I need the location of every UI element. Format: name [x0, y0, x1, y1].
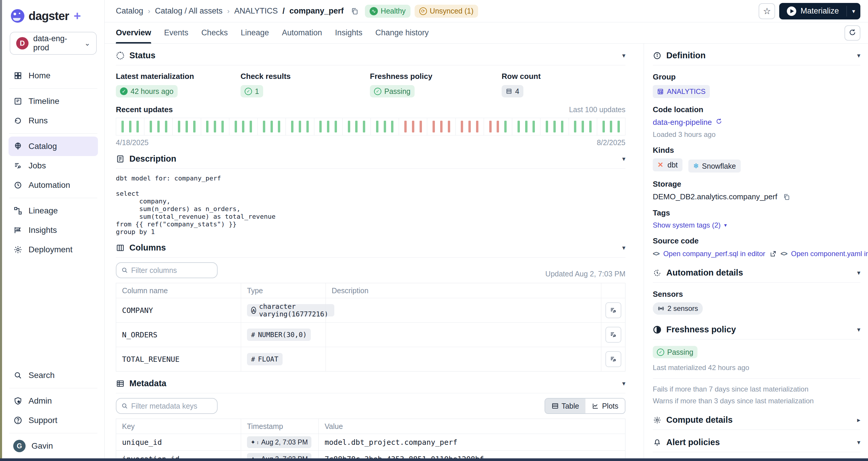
expand-chevron-icon[interactable]: ▸	[857, 416, 860, 424]
tab-events[interactable]: Events	[164, 22, 188, 43]
update-bar-failure[interactable]	[420, 121, 422, 133]
table-row[interactable]: N_ORDERS #NUMBER(30,0)	[116, 322, 625, 347]
table-row[interactable]: COMPANY Acharacter varying(16777216)	[116, 298, 625, 322]
table-row[interactable]: unique_id ✦↕Aug 2, 7:03 PM model.dbt_pro…	[116, 434, 625, 451]
sidebar-item-home[interactable]: Home	[8, 66, 98, 85]
check-results-pill[interactable]: ✓ 1	[241, 85, 263, 97]
sidebar-item-lineage[interactable]: Lineage	[8, 201, 98, 221]
update-bar-success[interactable]	[384, 121, 386, 133]
update-bar-success[interactable]	[235, 121, 237, 133]
update-bar-success[interactable]	[561, 121, 563, 133]
update-bar-success[interactable]	[263, 121, 265, 133]
tab-checks[interactable]: Checks	[202, 22, 228, 43]
breadcrumb-catalog[interactable]: Catalog	[116, 6, 143, 16]
collapse-caret-icon[interactable]: ▾	[622, 244, 625, 252]
update-bar-success[interactable]	[319, 121, 322, 133]
collapse-caret-icon[interactable]: ▾	[622, 155, 625, 163]
collapse-caret-icon[interactable]: ▾	[857, 326, 860, 334]
timestamp-pill[interactable]: ✦↕Aug 2, 7:03 PM	[247, 436, 311, 448]
sidebar-item-deployment[interactable]: Deployment	[8, 240, 98, 259]
update-bar-failure[interactable]	[476, 121, 478, 133]
update-bar-success[interactable]	[504, 121, 507, 133]
collapse-caret-icon[interactable]: ▾	[857, 52, 860, 59]
update-bar-failure[interactable]	[489, 121, 492, 133]
update-bar-success[interactable]	[150, 121, 152, 133]
update-bar-success[interactable]	[157, 121, 160, 133]
update-bar-success[interactable]	[214, 121, 216, 133]
collapse-caret-icon[interactable]: ▾	[622, 52, 625, 59]
unsynced-badge[interactable]: Unsynced (1)	[414, 5, 478, 18]
reload-icon[interactable]	[715, 118, 722, 127]
materialize-dropdown-button[interactable]: ▾	[847, 3, 860, 20]
update-bar-success[interactable]	[618, 121, 620, 133]
update-bar-success[interactable]	[206, 121, 209, 133]
update-bar-success[interactable]	[574, 121, 576, 133]
copy-icon[interactable]	[783, 194, 790, 200]
update-bar-success[interactable]	[242, 121, 244, 133]
sidebar-item-admin[interactable]: Admin	[8, 391, 98, 411]
sidebar-item-jobs[interactable]: Jobs	[8, 156, 98, 175]
row-count-pill[interactable]: 4	[502, 85, 523, 97]
dagster-logo[interactable]: dagster +	[8, 8, 98, 25]
sensors-badge[interactable]: 2 sensors	[653, 302, 703, 315]
refresh-button[interactable]	[844, 25, 860, 40]
update-bar-failure[interactable]	[461, 121, 463, 133]
update-bar-success[interactable]	[532, 121, 535, 133]
update-bar-failure[interactable]	[412, 121, 414, 133]
metadata-filter-input[interactable]	[131, 402, 212, 410]
update-bar-success[interactable]	[518, 121, 520, 133]
update-bar-success[interactable]	[348, 121, 350, 133]
code-location-link[interactable]: data-eng-pipeline	[653, 118, 712, 127]
update-bar-failure[interactable]	[468, 121, 471, 133]
update-bar-success[interactable]	[589, 121, 592, 133]
update-bar-success[interactable]	[221, 121, 224, 133]
sidebar-item-support[interactable]: Support	[8, 411, 98, 430]
copy-icon[interactable]	[351, 7, 359, 15]
update-bar-success[interactable]	[121, 121, 124, 133]
update-bar-failure[interactable]	[440, 121, 442, 133]
latest-materialization-pill[interactable]: ✓ 42 hours ago	[116, 85, 178, 97]
update-bar-success[interactable]	[250, 121, 252, 133]
sidebar-item-automation[interactable]: Automation	[8, 175, 98, 195]
update-bar-success[interactable]	[129, 121, 131, 133]
update-bar-success[interactable]	[546, 121, 548, 133]
toggle-plots-view[interactable]: Plots	[585, 399, 625, 413]
update-bar-success[interactable]	[327, 121, 329, 133]
update-bar-success[interactable]	[193, 121, 195, 133]
update-bar-success[interactable]	[186, 121, 188, 133]
tab-insights[interactable]: Insights	[335, 22, 362, 43]
breadcrumb-all-assets[interactable]: Catalog / All assets	[155, 6, 223, 16]
column-lineage-button[interactable]	[606, 327, 621, 343]
update-bar-success[interactable]	[553, 121, 556, 133]
toggle-table-view[interactable]: Table	[545, 399, 586, 413]
collapse-caret-icon[interactable]: ▾	[857, 439, 860, 446]
update-bar-success[interactable]	[178, 121, 180, 133]
show-system-tags-link[interactable]: Show system tags (2)	[653, 221, 721, 229]
columns-filter-input[interactable]	[131, 266, 212, 275]
tab-overview[interactable]: Overview	[116, 22, 151, 43]
collapse-caret-icon[interactable]: ▾	[857, 269, 860, 277]
health-status-badge[interactable]: Healthy	[365, 5, 410, 18]
update-bar-success[interactable]	[363, 121, 365, 133]
tab-lineage[interactable]: Lineage	[241, 22, 269, 43]
breadcrumb-group[interactable]: ANALYTICS	[234, 6, 278, 16]
update-bar-success[interactable]	[376, 121, 378, 133]
update-bar-failure[interactable]	[433, 121, 435, 133]
sidebar-item-search[interactable]: Search	[8, 366, 98, 385]
favorite-button[interactable]: ☆	[758, 3, 775, 19]
kind-badge-snowflake[interactable]: ❄ Snowflake	[688, 160, 740, 173]
tab-automation[interactable]: Automation	[282, 22, 322, 43]
column-lineage-button[interactable]	[606, 351, 621, 367]
freshness-pill[interactable]: ✓ Passing	[370, 85, 414, 97]
sidebar-item-timeline[interactable]: Timeline	[8, 91, 98, 111]
sidebar-item-runs[interactable]: Runs	[8, 111, 98, 131]
update-bar-success[interactable]	[271, 121, 273, 133]
tab-change-history[interactable]: Change history	[375, 22, 429, 43]
update-bar-success[interactable]	[299, 121, 301, 133]
group-badge[interactable]: ANALYTICS	[653, 85, 710, 98]
update-bar-success[interactable]	[602, 121, 605, 133]
update-bar-success[interactable]	[291, 121, 293, 133]
update-bar-success[interactable]	[335, 121, 337, 133]
update-bar-success[interactable]	[582, 121, 584, 133]
sidebar-item-catalog[interactable]: Catalog	[8, 137, 98, 156]
